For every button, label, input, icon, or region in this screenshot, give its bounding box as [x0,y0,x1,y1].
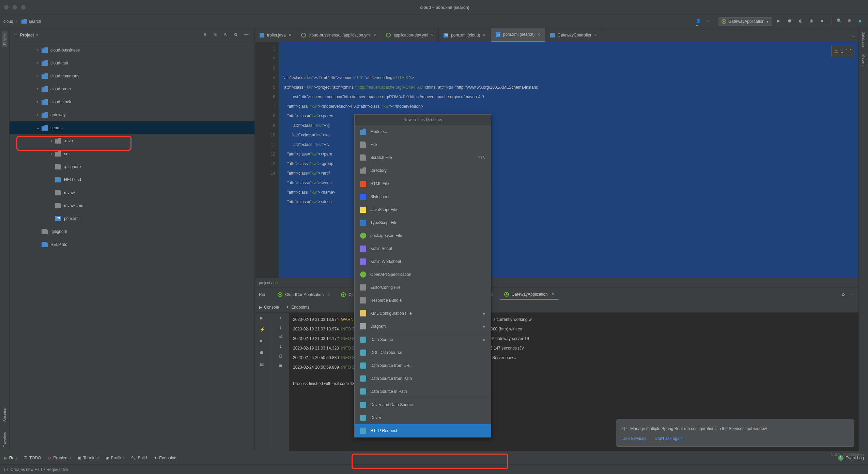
tab-GatewayController[interactable]: GatewayController× [545,28,602,42]
breadcrumb-leaf[interactable]: search [21,19,41,24]
tab-troller.java[interactable]: troller.java× [255,28,296,42]
print-icon[interactable]: ⎙ [279,354,282,358]
bb-run[interactable]: ▶Run [4,456,17,460]
settings-icon[interactable]: ⚙ [848,18,854,25]
menu-item-data-source-in-path[interactable]: Data Source in Path [355,385,491,398]
tree-item-pom.xml[interactable]: pom.xml [10,212,254,225]
vcs-update-icon[interactable]: ↙ [707,18,713,25]
project-tree[interactable]: ›cloud-bussiness›cloud-cart›cloud-common… [10,42,254,451]
search-icon[interactable]: 🔍 [837,18,843,25]
menu-item-stylesheet[interactable]: Stylesheet [355,190,491,203]
editor-breadcrumb[interactable]: project › pa [255,278,858,287]
use-services-link[interactable]: Use Services [622,436,647,441]
tree-item-cloud-stock[interactable]: ›cloud-stock [10,95,254,108]
menu-item-driver[interactable]: Driver [355,411,491,424]
rail-maven[interactable]: Maven [862,54,866,65]
menu-item-typescript-file[interactable]: TypeScript File [355,216,491,229]
close-icon[interactable]: × [373,32,376,38]
settings-icon[interactable]: ✿ [234,32,240,38]
close-light[interactable] [4,5,9,10]
close-icon[interactable]: × [552,292,554,297]
menu-item-scratch-file[interactable]: Scratch File^⇧N [355,151,491,164]
tabs-more-icon[interactable]: ⌄ [848,33,858,38]
run-settings-icon[interactable]: ✿ [841,292,845,297]
min-light[interactable] [13,5,17,10]
menu-item-xml-configuration-file[interactable]: XML Configuration File▸ [355,307,491,320]
menu-item-http-request[interactable]: HTTP Request [355,424,491,437]
coverage-icon[interactable]: ◐ [799,18,805,25]
console-tab[interactable]: ▶Console [259,305,279,310]
menu-item-html-file[interactable]: HTML File [355,177,491,190]
menu-item-openapi-specification[interactable]: OpenAPI Specification [355,268,491,281]
menu-item-diagram[interactable]: Diagram▸ [355,320,491,333]
run-attach-icon[interactable]: ⬢ [260,350,267,357]
dont-ask-link[interactable]: Don't ask again [655,436,683,441]
tree-item-search[interactable]: ⌄search [10,121,254,134]
rail-database[interactable]: Database [862,31,866,47]
tree-item-cloud-cart[interactable]: ›cloud-cart [10,57,254,70]
add-config-icon[interactable]: 👤▾ [696,18,702,25]
menu-item-data-source-from-path[interactable]: Data Source from Path [355,372,491,385]
locate-icon[interactable]: ⊕ [203,32,210,38]
rail-structure[interactable]: Structure [3,406,7,422]
run-layout-icon[interactable]: ▤ [260,362,267,369]
menu-item-kotlin-script[interactable]: Kotlin Script [355,242,491,255]
chevron-down-icon[interactable]: ▾ [36,33,38,38]
tree-item-.mvn[interactable]: ›.mvn [10,134,254,147]
menu-item-module-[interactable]: Module... [355,125,491,138]
scroll-up-icon[interactable]: ↑ [280,315,282,320]
endpoints-tab[interactable]: ✦Endpoints [286,305,309,310]
menu-item-javascript-file[interactable]: JavaScript File [355,203,491,216]
scroll-down-icon[interactable]: ↓ [280,325,282,330]
close-icon[interactable]: × [289,32,291,38]
close-icon[interactable]: × [483,32,486,38]
expand-icon[interactable]: ⇲ [214,32,220,38]
tab-pom.xml (search)[interactable]: pom.xml (search)× [491,28,545,42]
tree-item-.gitignore[interactable]: .gitignore [10,160,254,173]
hide-icon[interactable]: — [244,32,250,38]
max-light[interactable] [21,5,26,10]
clear-icon[interactable]: 🗑 [279,363,283,368]
debug-icon[interactable]: ⬢ [788,18,794,25]
tree-item-cloud-order[interactable]: ›cloud-order [10,83,254,95]
menu-item-resource-bundle[interactable]: Resource Bundle [355,294,491,307]
run-hide-icon[interactable]: — [850,292,854,297]
run-tab-GatewayApplication[interactable]: GatewayApplication× [499,290,559,300]
tree-item-cloud-bussiness[interactable]: ›cloud-bussiness [10,44,254,57]
run-stop2-icon[interactable]: ■ [260,339,267,345]
close-icon[interactable]: × [537,32,540,37]
tree-item-src[interactable]: ›src [10,147,254,160]
bb-problems[interactable]: ⊘Problems [48,456,71,460]
run-tab-CloudCartApplication[interactable]: CloudCartApplication× [273,290,335,300]
profile-icon[interactable]: ◉ [810,18,816,25]
project-panel-label[interactable]: Project [20,33,34,38]
bb-build[interactable]: 🔨Build [131,456,147,460]
menu-item-kotlin-worksheet[interactable]: Kotlin Worksheet [355,255,491,268]
tree-item-HELP.md[interactable]: HELP.md [10,173,254,186]
rail-project[interactable]: Project [2,31,7,47]
menu-item-editorconfig-file[interactable]: EditorConfig File [355,281,491,294]
menu-item-driver-and-data-source[interactable]: Driver and Data Source [355,398,491,411]
tree-item-.gitignore[interactable]: .gitignore [10,225,254,238]
chevron-down-icon[interactable]: ˇ [850,46,851,56]
bb-endpoints[interactable]: ✦Endpoints [154,456,177,460]
tab-pom.xml (cloud)[interactable]: pom.xml (cloud)× [439,28,491,42]
bb-profiler[interactable]: ◉Profiler [106,456,124,460]
run-icon[interactable]: ▶ [777,18,783,25]
menu-item-ddl-data-source[interactable]: DDL Data Source [355,346,491,359]
tree-item-mvnw[interactable]: mvnw [10,186,254,199]
rail-favorites[interactable]: Favorites [3,432,7,447]
scroll-end-icon[interactable]: ⤓ [279,344,282,349]
run-stop-icon[interactable]: ⚡ [260,327,267,334]
menu-item-data-source-from-url[interactable]: Data Source from URL [355,359,491,372]
rerun-icon[interactable]: ▶ [260,315,267,322]
run-config-dropdown[interactable]: GatewayApplication ▾ [718,17,772,26]
tree-item-gateway[interactable]: ›gateway [10,108,254,121]
bb-terminal[interactable]: ▣Terminal [77,456,98,460]
menu-item-package-json-file[interactable]: package.json File [355,229,491,242]
soft-wrap-icon[interactable]: ⏎ [279,335,282,339]
tree-item-mvnw.cmd[interactable]: mvnw.cmd [10,199,254,212]
breadcrumb-root[interactable]: cloud [3,19,13,24]
collapse-icon[interactable]: ⇱ [224,32,230,38]
tab-application-dev.yml[interactable]: application-dev.yml× [381,28,439,42]
